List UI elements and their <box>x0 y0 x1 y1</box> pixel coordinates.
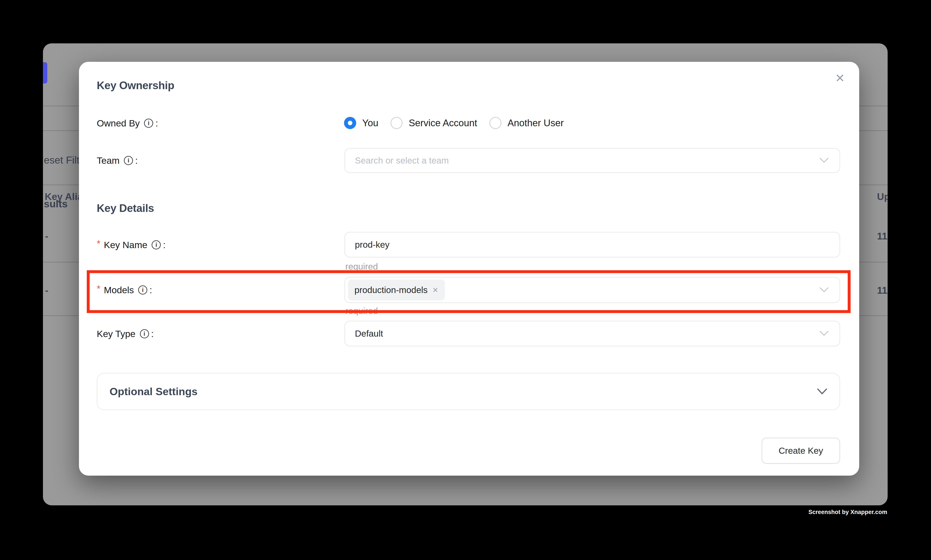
radio-label: Service Account <box>409 118 477 128</box>
radio-unselected-icon[interactable] <box>391 117 403 129</box>
radio-option-you[interactable]: You <box>344 117 378 129</box>
key-details-heading: Key Details <box>97 202 154 214</box>
radio-option-service-account[interactable]: Service Account <box>391 117 477 129</box>
models-label: * Models i : <box>97 283 152 297</box>
owned-by-radio-group: You Service Account Another User <box>344 115 564 131</box>
label-colon: : <box>155 118 158 129</box>
team-label-text: Team <box>97 155 120 166</box>
key-type-label: Key Type i : <box>97 327 154 340</box>
models-label-text: Models <box>104 285 134 295</box>
radio-selected-icon[interactable] <box>344 117 356 129</box>
key-type-selected-value: Default <box>355 329 383 339</box>
radio-option-another-user[interactable]: Another User <box>489 117 564 129</box>
create-key-button[interactable]: Create Key <box>762 438 840 464</box>
close-icon[interactable]: ✕ <box>835 72 845 84</box>
owned-by-label-text: Owned By <box>97 118 140 129</box>
info-icon[interactable]: i <box>152 240 161 249</box>
selected-model-tag-text: production-models <box>354 285 428 295</box>
key-name-input-wrapper <box>345 232 840 257</box>
chevron-down-icon <box>817 388 827 395</box>
key-ownership-heading: Key Ownership <box>97 79 174 92</box>
radio-unselected-icon[interactable] <box>489 117 502 129</box>
required-asterisk: * <box>97 238 100 249</box>
models-validation-message: required <box>345 306 378 316</box>
team-label: Team i : <box>97 154 138 167</box>
table-cell-updated: 11/ <box>877 231 888 242</box>
optional-settings-title: Optional Settings <box>109 385 198 398</box>
owned-by-label: Owned By i : <box>97 117 158 130</box>
info-icon[interactable]: i <box>138 285 147 295</box>
info-icon[interactable]: i <box>140 329 149 338</box>
optional-settings-toggle[interactable]: Optional Settings <box>97 373 840 410</box>
models-multiselect[interactable]: production-models ✕ <box>345 277 840 303</box>
chevron-down-icon <box>820 331 829 336</box>
table-header-key-alias: Key Alia <box>45 191 83 202</box>
key-name-label-text: Key Name <box>104 240 148 250</box>
table-cell-updated: 11/ <box>877 285 888 296</box>
radio-label: You <box>362 118 378 128</box>
key-name-validation-message: required <box>345 262 378 272</box>
label-colon: : <box>163 240 166 250</box>
team-select-placeholder: Search or select a team <box>355 155 449 166</box>
key-type-select[interactable]: Default <box>345 321 840 346</box>
label-colon: : <box>151 329 154 339</box>
clipped-indigo-button-fragment <box>43 62 47 83</box>
key-name-input[interactable] <box>355 240 782 250</box>
reset-filters-button-fragment: eset Filt <box>44 154 80 166</box>
chevron-down-icon <box>820 287 829 293</box>
radio-label: Another User <box>508 118 564 128</box>
label-colon: : <box>135 155 138 166</box>
team-select[interactable]: Search or select a team <box>345 148 840 173</box>
table-header-updated: Up <box>877 191 888 202</box>
chevron-down-icon <box>820 158 829 163</box>
xnapper-watermark: Screenshot by Xnapper.com <box>808 509 887 515</box>
table-cell-alias: - <box>45 231 48 242</box>
create-key-modal: ✕ Key Ownership Owned By i : You Service… <box>79 62 859 475</box>
required-asterisk: * <box>97 283 100 294</box>
key-name-label: * Key Name i : <box>97 238 166 252</box>
label-colon: : <box>149 285 152 295</box>
table-cell-alias: - <box>45 285 48 296</box>
info-icon[interactable]: i <box>144 118 153 128</box>
tag-remove-icon[interactable]: ✕ <box>432 286 439 294</box>
screenshot-stage: eset Filt sults Key Alia Up - 11/ - 11/ … <box>0 0 931 560</box>
info-icon[interactable]: i <box>124 156 133 165</box>
selected-model-tag: production-models ✕ <box>348 280 445 300</box>
key-type-label-text: Key Type <box>97 329 135 339</box>
